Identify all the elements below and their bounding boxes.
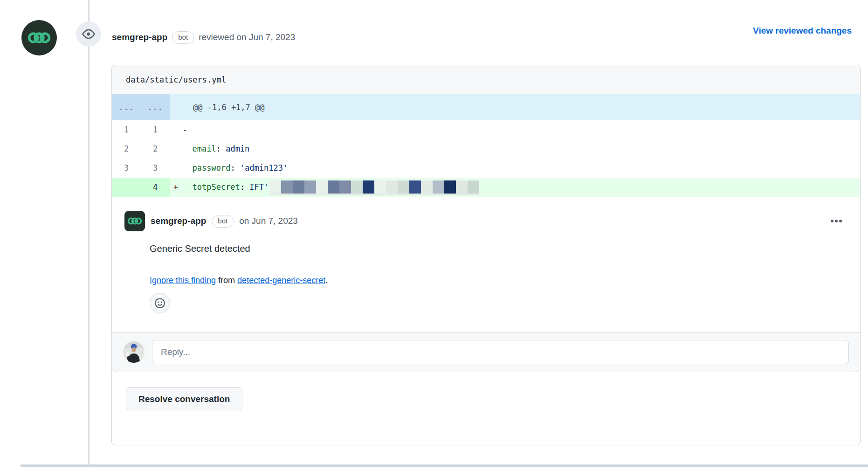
link-joiner-text: from <box>216 276 237 285</box>
new-line-number[interactable]: 3 <box>141 159 170 178</box>
diff-row-hunk: ......@@ -1,6 +1,7 @@ <box>112 94 860 120</box>
add-reaction-button[interactable] <box>150 293 170 313</box>
diff-row-context: 33 password: 'admin123' <box>112 159 860 178</box>
rule-link[interactable]: detected-generic-secret <box>237 276 325 285</box>
comment-block: semgrep-app bot on Jun 7, 2023 Generic S… <box>112 197 860 332</box>
old-line-number[interactable] <box>112 178 141 197</box>
comment-content: Generic Secret detected Ignore this find… <box>150 243 847 313</box>
view-reviewed-changes-link[interactable]: View reviewed changes <box>753 26 852 36</box>
section-divider <box>21 464 868 467</box>
new-line-number[interactable]: 1 <box>141 120 170 139</box>
ignore-finding-link[interactable]: Ignore this finding <box>150 276 216 285</box>
kebab-icon <box>830 219 842 223</box>
code-cell: - <box>170 120 860 139</box>
review-author[interactable]: semgrep-app <box>112 32 167 42</box>
semgrep-bot-avatar[interactable] <box>21 20 57 55</box>
comment-timestamp: on Jun 7, 2023 <box>239 216 298 226</box>
old-line-number[interactable]: 2 <box>112 139 141 159</box>
file-header: data/static/users.yml <box>112 65 860 94</box>
old-line-number[interactable]: 1 <box>112 120 141 139</box>
reply-input[interactable] <box>152 340 849 364</box>
timeline-line <box>88 0 90 465</box>
reply-section <box>112 332 860 372</box>
redacted-secret <box>269 180 479 195</box>
diff-marker: + <box>173 178 183 197</box>
review-header: semgrep-app bot reviewed on Jun 7, 2023 <box>112 24 295 50</box>
code-cell: password: 'admin123' <box>170 159 860 178</box>
diff-row-addition: 4+ totpSecret: IFT' <box>112 178 860 197</box>
review-timestamp: reviewed on Jun 7, 2023 <box>199 32 295 42</box>
bot-badge: bot <box>172 31 194 44</box>
new-line-number[interactable]: 2 <box>141 139 170 159</box>
eye-icon <box>82 28 95 41</box>
semgrep-logo-icon <box>27 25 52 50</box>
current-user-avatar[interactable] <box>123 341 145 363</box>
review-event-badge <box>76 21 101 47</box>
new-line-number[interactable]: 4 <box>141 178 170 197</box>
code-cell: + totpSecret: IFT' <box>170 178 860 197</box>
sentence-period: . <box>325 276 328 285</box>
review-thread-screen: semgrep-app bot reviewed on Jun 7, 2023 … <box>0 0 868 471</box>
comment-author-avatar[interactable] <box>124 211 145 231</box>
bot-badge: bot <box>212 215 234 228</box>
smiley-icon <box>154 297 166 309</box>
comment-header: semgrep-app bot on Jun 7, 2023 <box>124 211 847 231</box>
diff-row-context: 11- <box>112 120 860 139</box>
resolve-conversation-button[interactable]: Resolve conversation <box>126 387 242 411</box>
comment-body-text: Generic Secret detected <box>150 243 847 254</box>
file-path-link[interactable]: data/static/users.yml <box>126 75 226 84</box>
comment-links: Ignore this finding from detected-generi… <box>150 276 847 285</box>
diff-table: ......@@ -1,6 +1,7 @@11-22 email: admin3… <box>112 94 860 197</box>
comment-options-button[interactable] <box>826 216 847 226</box>
new-line-number: ... <box>141 94 170 120</box>
old-line-number: ... <box>112 94 141 120</box>
semgrep-logo-icon <box>127 213 143 229</box>
diff-row-context: 22 email: admin <box>112 139 860 159</box>
resolve-section: Resolve conversation <box>112 372 860 411</box>
review-thread-card: data/static/users.yml ......@@ -1,6 +1,7… <box>111 65 861 445</box>
code-cell: @@ -1,6 +1,7 @@ <box>170 94 860 120</box>
old-line-number[interactable]: 3 <box>112 159 141 178</box>
comment-author[interactable]: semgrep-app <box>151 216 206 226</box>
code-cell: email: admin <box>170 139 860 159</box>
